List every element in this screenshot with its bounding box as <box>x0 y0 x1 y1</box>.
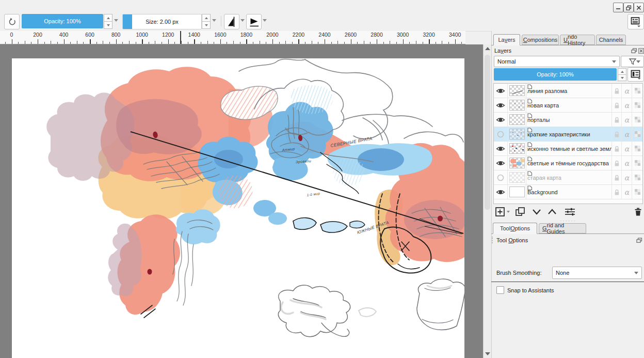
lock-icon[interactable] <box>612 98 622 112</box>
inherit-alpha-icon[interactable] <box>632 185 642 199</box>
visibility-toggle[interactable] <box>494 142 508 155</box>
tab-undo-history[interactable]: Undo History <box>560 35 595 45</box>
layer-filter-button[interactable] <box>621 56 644 67</box>
close-docker-button[interactable] <box>638 48 644 54</box>
flip-vertical-button[interactable] <box>224 14 239 29</box>
visibility-toggle[interactable] <box>494 84 508 98</box>
inherit-alpha-icon[interactable] <box>632 127 642 141</box>
inherit-alpha-icon[interactable] <box>632 113 642 127</box>
size-spinner[interactable] <box>202 14 210 28</box>
lock-icon[interactable] <box>612 185 622 199</box>
visibility-toggle[interactable] <box>494 113 508 127</box>
duplicate-layer-button[interactable] <box>514 206 526 218</box>
opacity-slider[interactable]: Opacity: 100% <box>22 14 103 28</box>
spin-down-icon[interactable] <box>618 74 626 81</box>
visibility-toggle[interactable] <box>494 127 508 141</box>
layer-row[interactable]: новая карта α <box>494 98 642 113</box>
reload-preset-button[interactable] <box>4 14 20 29</box>
add-layer-button[interactable] <box>494 206 510 218</box>
tab-layers[interactable]: Layers <box>493 34 520 45</box>
alpha-lock-icon[interactable]: α <box>622 185 632 199</box>
minimize-button[interactable] <box>613 3 623 12</box>
spin-up-icon[interactable] <box>104 14 112 22</box>
alpha-lock-icon[interactable]: α <box>622 98 632 112</box>
lock-icon[interactable] <box>612 127 622 141</box>
alpha-lock-icon[interactable]: α <box>622 142 632 155</box>
float-docker-button[interactable] <box>631 48 637 54</box>
size-slider[interactable]: Size: 2.00 px <box>122 14 202 29</box>
tab-channels[interactable]: Channels <box>596 35 626 45</box>
docker-drag-handle[interactable] <box>492 237 493 243</box>
chevron-down-icon <box>636 60 640 63</box>
flip-vertical-dropdown-arrow[interactable] <box>240 19 245 22</box>
visibility-toggle[interactable] <box>494 98 508 112</box>
vertical-scrollbar[interactable] <box>483 44 492 358</box>
move-layer-down-button[interactable] <box>530 206 543 218</box>
scroll-down-arrow[interactable] <box>485 352 490 355</box>
layer-row[interactable]: светлые и тёмные государства α <box>494 156 642 170</box>
visibility-toggle[interactable] <box>494 185 508 199</box>
tab-grid-and-guides[interactable]: Grid and Guides <box>539 223 586 234</box>
layer-row[interactable]: исконно темные и светлые земли α <box>494 142 642 156</box>
inherit-alpha-icon[interactable] <box>632 156 642 170</box>
tool-options-title: Tool Options <box>496 237 528 243</box>
brush-smoothing-dropdown[interactable]: None <box>552 267 642 279</box>
layer-type-icon <box>527 142 533 147</box>
lock-icon[interactable] <box>612 142 622 155</box>
scroll-up-arrow[interactable] <box>485 47 490 50</box>
ruler-label: 2600 <box>345 32 357 38</box>
layer-properties-button[interactable] <box>562 206 577 218</box>
alpha-lock-icon[interactable]: α <box>622 127 632 141</box>
alpha-lock-icon[interactable]: α <box>622 113 632 127</box>
inherit-alpha-icon[interactable] <box>632 170 642 184</box>
snap-to-assistants-checkbox[interactable] <box>496 286 504 294</box>
layer-thumbnail <box>508 185 526 199</box>
alpha-lock-icon[interactable]: α <box>622 170 632 184</box>
map-canvas[interactable]: СЕВЕРНЫЕ ВРАТАЮЖНЫЕ ВРАТААтмирЭровели1-й… <box>12 58 464 358</box>
restore-button[interactable] <box>623 3 634 12</box>
gradient-direction-button[interactable] <box>246 14 262 29</box>
layer-opacity-spinner[interactable] <box>618 68 626 81</box>
layer-opacity-slider[interactable]: Opacity: 100% <box>494 68 617 81</box>
float-docker-button[interactable] <box>636 237 642 243</box>
layer-row[interactable]: краткие характеристики α <box>494 127 642 142</box>
close-button[interactable] <box>634 3 644 12</box>
scroll-thumb[interactable] <box>485 55 490 210</box>
visibility-toggle[interactable] <box>494 170 508 184</box>
layers-docker-title: Layers <box>494 48 511 54</box>
size-dropdown-arrow[interactable] <box>212 19 216 22</box>
duplicate-icon <box>515 207 525 217</box>
inherit-alpha-icon[interactable] <box>632 98 642 112</box>
opacity-dropdown-arrow[interactable] <box>114 19 118 22</box>
spin-up-icon[interactable] <box>202 14 211 22</box>
opacity-spinner[interactable] <box>104 14 112 28</box>
inherit-alpha-icon[interactable] <box>632 84 642 98</box>
delete-layer-button[interactable] <box>632 206 644 218</box>
inherit-alpha-icon[interactable] <box>632 142 642 155</box>
layer-row[interactable]: линия разлома α <box>494 84 642 98</box>
layer-row[interactable]: порталы α <box>494 113 642 127</box>
workspace-chooser-button[interactable] <box>627 14 644 29</box>
gradient-direction-dropdown-arrow[interactable] <box>263 19 267 22</box>
tab-compositions[interactable]: Compositions <box>522 35 559 45</box>
alpha-lock-icon[interactable]: α <box>622 156 632 170</box>
lock-icon[interactable] <box>612 84 622 98</box>
ruler-tick <box>364 41 364 44</box>
tab-tool-options[interactable]: Tool Options <box>493 223 537 234</box>
chevron-down-icon[interactable] <box>507 211 510 213</box>
lock-icon[interactable] <box>612 170 622 184</box>
lock-icon[interactable] <box>612 113 622 127</box>
canvas-page[interactable]: СЕВЕРНЫЕ ВРАТАЮЖНЫЕ ВРАТААтмирЭровели1-й… <box>12 58 464 358</box>
alpha-lock-icon[interactable]: α <box>622 84 632 98</box>
blend-mode-dropdown[interactable]: Normal <box>494 56 620 67</box>
spin-down-icon[interactable] <box>202 21 211 29</box>
ruler-tick <box>96 42 97 44</box>
layer-view-options-button[interactable] <box>627 67 644 82</box>
layer-row[interactable]: старая карта α <box>494 170 642 185</box>
spin-down-icon[interactable] <box>104 21 112 29</box>
move-layer-up-button[interactable] <box>546 206 558 218</box>
layer-row[interactable]: Background α <box>494 185 642 199</box>
lock-icon[interactable] <box>612 156 622 170</box>
visibility-toggle[interactable] <box>494 156 508 170</box>
canvas-area[interactable]: СЕВЕРНЫЕ ВРАТАЮЖНЫЕ ВРАТААтмирЭровели1-й… <box>0 44 483 358</box>
